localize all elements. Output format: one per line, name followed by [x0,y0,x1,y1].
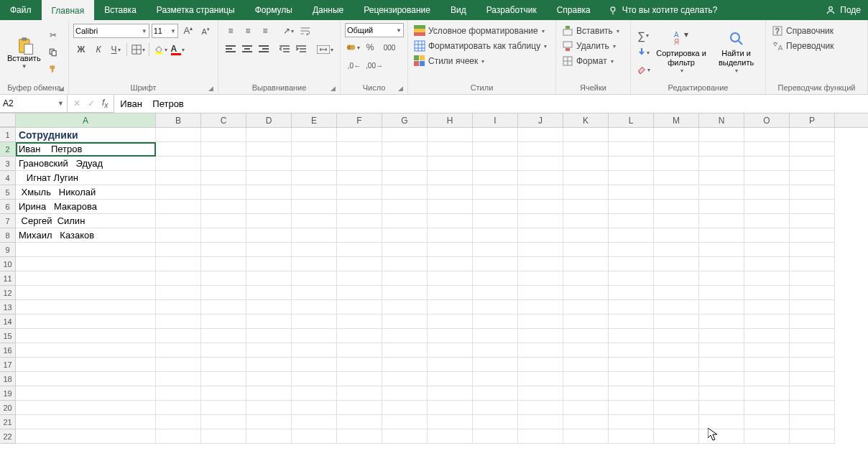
cell[interactable] [790,214,835,228]
align-right-button[interactable] [257,42,272,57]
cell[interactable] [246,185,292,200]
enter-icon[interactable]: ✓ [88,98,95,108]
cell[interactable] [518,243,563,257]
cell[interactable] [382,300,428,315]
insert-cells-button[interactable]: Вставить▾ [560,24,626,37]
row-header[interactable]: 15 [0,329,16,343]
cell[interactable] [156,157,201,171]
font-name-combo[interactable]: ▼ [73,24,149,38]
cell[interactable] [518,286,563,300]
row-header[interactable]: 17 [0,358,16,372]
tab-разметка страницы[interactable]: Разметка страницы [147,0,245,20]
cell[interactable] [292,157,337,171]
cell[interactable] [428,315,473,329]
percent-button[interactable]: % [362,39,378,55]
cell[interactable] [699,185,744,200]
cell[interactable] [744,228,790,243]
cell[interactable] [246,315,292,329]
cell[interactable] [473,185,518,200]
cell[interactable] [563,300,609,315]
cell[interactable] [246,415,292,429]
row-header[interactable]: 11 [0,271,16,286]
cell[interactable] [699,243,744,257]
indent-dec-button[interactable] [277,42,292,57]
cell[interactable] [518,200,563,214]
cell[interactable] [201,386,246,401]
cell[interactable] [246,271,292,286]
cell[interactable] [518,429,563,444]
cell[interactable] [473,315,518,329]
fill-button[interactable]: ▾ [635,45,651,60]
cell[interactable] [744,157,790,171]
cell[interactable] [201,200,246,214]
cell[interactable] [382,343,428,358]
find-select-button[interactable]: Найти и выделить▾ [711,29,761,76]
cell[interactable] [292,271,337,286]
cell[interactable] [518,271,563,286]
cell[interactable] [699,171,744,185]
merge-button[interactable]: ▾ [315,42,336,57]
tab-вид[interactable]: Вид [440,0,476,20]
cell[interactable] [382,429,428,444]
cell[interactable] [790,185,835,200]
cell[interactable] [337,372,382,386]
number-launcher-icon[interactable]: ◢ [398,85,403,92]
cell[interactable] [246,171,292,185]
cell[interactable] [790,329,835,343]
cell[interactable] [744,329,790,343]
cell[interactable] [744,401,790,415]
cell[interactable] [16,315,156,329]
cell[interactable] [790,157,835,171]
font-size-input[interactable] [154,27,170,35]
align-middle-button[interactable]: ≡ [240,23,256,39]
cell[interactable] [654,286,699,300]
cell[interactable] [518,228,563,243]
cell[interactable] [428,128,473,142]
row-header[interactable]: 2 [0,142,16,157]
column-header[interactable]: B [156,113,201,127]
cell[interactable] [428,286,473,300]
cell[interactable] [744,128,790,142]
cell[interactable] [337,429,382,444]
row-header[interactable]: 4 [0,171,16,185]
cell[interactable] [292,372,337,386]
cell[interactable] [518,386,563,401]
cell[interactable] [16,329,156,343]
cell[interactable] [337,286,382,300]
cell[interactable] [609,257,654,271]
cell[interactable] [473,243,518,257]
cell[interactable] [473,401,518,415]
cell[interactable] [744,343,790,358]
cell[interactable] [699,142,744,157]
cell[interactable] [201,372,246,386]
cell[interactable] [790,171,835,185]
cell-styles-button[interactable]: Стили ячеек▾ [412,55,551,67]
cell[interactable] [518,214,563,228]
cell[interactable] [563,271,609,286]
cell[interactable] [246,372,292,386]
cell[interactable] [246,286,292,300]
column-header[interactable]: D [246,113,292,127]
font-launcher-icon[interactable]: ◢ [208,85,213,92]
cell[interactable] [699,200,744,214]
cell[interactable] [428,228,473,243]
cell[interactable] [609,128,654,142]
cell[interactable] [473,200,518,214]
cell[interactable] [609,329,654,343]
cell[interactable] [790,386,835,401]
cell[interactable] [699,271,744,286]
cell[interactable] [473,228,518,243]
cell[interactable] [654,257,699,271]
tab-главная[interactable]: Главная [42,0,95,20]
cell[interactable] [428,401,473,415]
cell[interactable] [156,401,201,415]
cell[interactable] [518,142,563,157]
cell[interactable] [654,243,699,257]
cell[interactable] [292,257,337,271]
cell[interactable] [201,171,246,185]
cell[interactable] [428,171,473,185]
cell[interactable] [790,372,835,386]
cell[interactable] [699,128,744,142]
cell[interactable] [156,214,201,228]
cell[interactable] [246,358,292,372]
